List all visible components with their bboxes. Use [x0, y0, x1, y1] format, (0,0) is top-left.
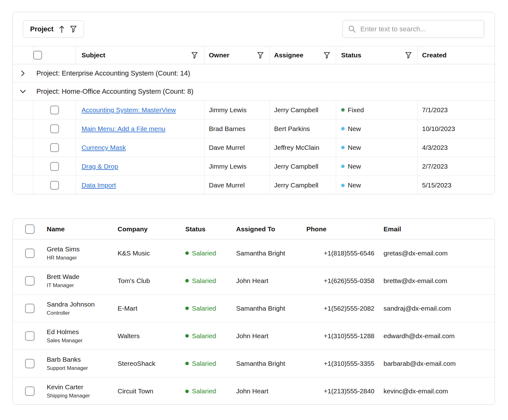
- row-checkbox[interactable]: [25, 276, 34, 286]
- subject-link[interactable]: Data Import: [82, 181, 116, 189]
- header-owner-label: Owner: [209, 51, 229, 59]
- group-row-home-office[interactable]: Project: Home-Office Accounting System (…: [13, 82, 495, 101]
- row-checkbox[interactable]: [25, 386, 34, 396]
- row-checkbox[interactable]: [25, 359, 34, 368]
- company-cell: StereoShack: [118, 360, 185, 367]
- company-cell: K&S Music: [118, 249, 185, 257]
- company-cell: Tom's Club: [118, 277, 185, 285]
- search-box[interactable]: [342, 20, 484, 38]
- header-name[interactable]: Name: [47, 225, 118, 233]
- header-status-label: Status: [341, 51, 361, 59]
- subject-link[interactable]: Accounting System: MasterView: [82, 106, 176, 114]
- employee-title: Shipping Manager: [47, 393, 118, 399]
- assigned-to-cell: Samantha Bright: [236, 360, 306, 367]
- row-checkbox[interactable]: [50, 162, 59, 171]
- group-label: Project: Home-Office Accounting System (…: [36, 87, 193, 96]
- owner-filter-icon[interactable]: [257, 52, 264, 59]
- owner-cell: Dave Murrel: [204, 138, 269, 157]
- email-cell: gretas@dx-email.com: [376, 249, 495, 257]
- employee-name: Brett Wade: [47, 273, 118, 281]
- assignee-filter-icon[interactable]: [324, 52, 330, 59]
- status-dot: [185, 390, 189, 393]
- header-expand-column: [13, 46, 33, 64]
- company-cell: Circuit Town: [118, 387, 185, 395]
- assignee-cell: Jerry Campbell: [269, 176, 336, 194]
- phone-cell: +1(818)555-6546: [306, 249, 376, 257]
- employee-name: Ed Holmes: [47, 328, 118, 336]
- header-owner[interactable]: Owner: [204, 46, 269, 64]
- select-all-checkbox[interactable]: [33, 51, 42, 60]
- employee-title: Sales Manager: [47, 338, 118, 344]
- status-filter-icon[interactable]: [405, 52, 412, 59]
- status-dot: [185, 251, 189, 255]
- created-cell: 5/15/2023: [417, 176, 495, 194]
- group-by-project-chip[interactable]: Project: [23, 20, 84, 38]
- header-subject[interactable]: Subject: [76, 46, 204, 64]
- chevron-down-icon[interactable]: [13, 88, 33, 95]
- email-cell: edwardh@dx-email.com: [376, 332, 495, 340]
- table-row: Main Menu: Add a File menu Brad Barnes B…: [13, 119, 495, 138]
- owner-cell: Jimmy Lewis: [204, 157, 269, 176]
- header-assignee-label: Assignee: [274, 51, 303, 59]
- select-all-checkbox[interactable]: [25, 224, 34, 234]
- group-filter-icon[interactable]: [70, 25, 77, 33]
- table-row: Brett WadeIT Manager Tom's Club Salaried…: [13, 267, 495, 295]
- chevron-right-icon[interactable]: [13, 70, 33, 77]
- header-assigned-to[interactable]: Assigned To: [236, 225, 306, 233]
- company-cell: E-Mart: [118, 305, 185, 312]
- assigned-to-cell: Samantha Bright: [236, 249, 306, 257]
- header-created[interactable]: Created: [417, 46, 495, 64]
- row-checkbox[interactable]: [25, 331, 34, 341]
- grid-toolbar: Project: [13, 12, 495, 46]
- assigned-to-cell: John Heart: [236, 332, 306, 340]
- status-dot: [341, 165, 345, 168]
- subject-filter-icon[interactable]: [191, 52, 198, 59]
- status-dot: [185, 334, 189, 338]
- table-row: Currency Mask Dave Murrel Jeffrey McClai…: [13, 138, 495, 157]
- table-row: Greta SimsHR Manager K&S Music Salaried …: [13, 239, 495, 267]
- email-cell: barbarab@dx-email.com: [376, 360, 495, 367]
- header-phone[interactable]: Phone: [306, 225, 376, 233]
- header-status[interactable]: Status: [336, 46, 417, 64]
- row-checkbox[interactable]: [25, 304, 34, 313]
- phone-cell: +1(310)555-1288: [306, 332, 376, 340]
- employee-title: HR Manager: [47, 255, 118, 261]
- created-cell: 10/10/2023: [417, 119, 495, 138]
- assigned-to-cell: John Heart: [236, 387, 306, 395]
- row-checkbox[interactable]: [50, 181, 59, 190]
- status-label: New: [348, 163, 361, 170]
- created-cell: 2/7/2023: [417, 157, 495, 176]
- subject-link[interactable]: Drag & Drop: [82, 163, 118, 170]
- header-select-all[interactable]: [33, 46, 76, 64]
- table-row: Barb BanksSupport Manager StereoShack Sa…: [13, 350, 495, 377]
- subject-link[interactable]: Currency Mask: [82, 144, 126, 151]
- header-select-all[interactable]: [13, 224, 47, 234]
- group-label: Project: Enterprise Accounting System (C…: [36, 69, 190, 77]
- group-chip-label: Project: [30, 25, 54, 33]
- employee-name: Greta Sims: [47, 245, 118, 253]
- created-cell: 7/1/2023: [417, 101, 495, 119]
- status-cell: New: [336, 119, 417, 138]
- email-cell: sandraj@dx-email.com: [376, 305, 495, 312]
- row-checkbox[interactable]: [25, 249, 34, 258]
- header-assignee[interactable]: Assignee: [269, 46, 336, 64]
- subject-link[interactable]: Main Menu: Add a File menu: [82, 125, 165, 133]
- phone-cell: +1(310)555-3355: [306, 360, 376, 367]
- header-email[interactable]: Email: [376, 225, 495, 233]
- group-row-enterprise[interactable]: Project: Enterprise Accounting System (C…: [13, 64, 495, 82]
- phone-cell: +1(626)555-0358: [306, 277, 376, 285]
- row-checkbox[interactable]: [50, 143, 59, 152]
- employee-name: Barb Banks: [47, 356, 118, 363]
- header-status[interactable]: Status: [185, 225, 236, 233]
- assignee-cell: Jerry Campbell: [269, 157, 336, 176]
- grid-header-row: Subject Owner Assignee Status Created: [13, 46, 495, 64]
- row-checkbox[interactable]: [50, 106, 59, 114]
- sort-ascending-icon[interactable]: [58, 25, 65, 34]
- assignee-cell: Bert Parkins: [269, 119, 336, 138]
- status-cell: New: [336, 138, 417, 157]
- status-label: Salaried: [192, 332, 216, 340]
- status-dot: [341, 108, 345, 112]
- row-checkbox[interactable]: [50, 124, 59, 133]
- header-company[interactable]: Company: [118, 225, 185, 233]
- search-input[interactable]: [360, 25, 479, 33]
